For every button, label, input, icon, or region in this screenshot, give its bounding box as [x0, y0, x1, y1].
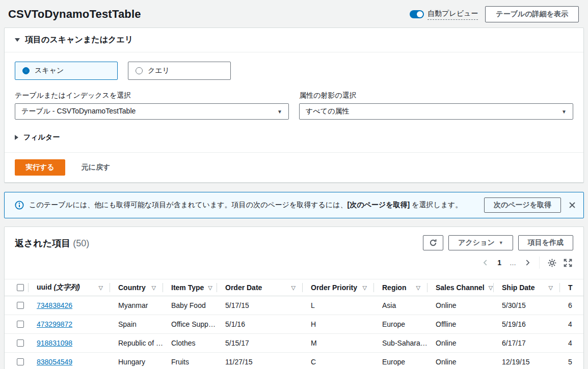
column-header-country[interactable]: Country▽ [110, 279, 163, 296]
cell-uuid: 918831098 [29, 339, 110, 347]
expand-triangle-icon [15, 135, 18, 140]
refresh-button[interactable] [423, 235, 443, 250]
projection-select[interactable]: すべての属性 ▼ [299, 103, 573, 120]
chevron-down-icon: ▼ [499, 240, 503, 245]
previous-page-icon[interactable] [482, 259, 489, 266]
row-checkbox[interactable] [17, 302, 24, 309]
mode-tiles: スキャン クエリ [15, 62, 573, 80]
cell-order_date: 5/17/15 [217, 301, 303, 309]
banner-text: このテーブルには、他にも取得可能な項目が含まれています。項目の次のページを取得す… [29, 201, 479, 210]
row-checkbox[interactable] [17, 339, 24, 347]
row-checkbox[interactable] [17, 358, 24, 365]
table-select-label: テーブルまたはインデックスを選択 [15, 91, 289, 100]
cell-order_priority: L [303, 301, 374, 309]
results-table: uuid (文字列)▽Country▽Item Type▽Order Date▽… [5, 279, 584, 369]
results-title: 返された項目 (50) [15, 235, 89, 249]
actions-dropdown-button[interactable]: アクション ▼ [448, 235, 513, 250]
select-fields-row: テーブルまたはインデックスを選択 テーブル - CSVToDynamoTestT… [15, 91, 573, 120]
column-header-order_date[interactable]: Order Date▽ [217, 279, 303, 296]
cell-region: Sub-Sahara… [374, 339, 427, 347]
table-details-button[interactable]: テーブルの詳細を表示 [485, 6, 579, 22]
run-button[interactable]: 実行する [15, 159, 65, 176]
sort-filter-icon[interactable]: ▽ [291, 285, 296, 291]
cell-uuid: 473299872 [29, 320, 110, 328]
close-icon[interactable] [568, 201, 576, 209]
fetch-next-page-button[interactable]: 次のページを取得 [484, 197, 561, 213]
sort-filter-icon[interactable]: ▽ [152, 285, 156, 291]
scan-panel-body: スキャン クエリ テーブルまたはインデックスを選択 テーブル - CSVToDy… [5, 52, 583, 142]
cell-uuid: 734838426 [29, 301, 110, 309]
cell-sales_channel: Online [427, 301, 494, 309]
cell-order_priority: C [303, 358, 374, 366]
column-sublabel: (文字列) [52, 283, 80, 291]
page-ellipsis: … [510, 259, 517, 267]
query-mode-tile[interactable]: クエリ [128, 62, 231, 80]
column-header-region[interactable]: Region▽ [374, 279, 427, 296]
cell-last: 6 [560, 301, 584, 309]
row-checkbox[interactable] [17, 321, 24, 328]
cell-item_type: Baby Food [163, 301, 217, 309]
scan-panel-title: 項目のスキャンまたはクエリ [25, 35, 133, 45]
sort-filter-icon[interactable]: ▽ [489, 285, 493, 291]
cell-last: 4 [560, 320, 584, 328]
header-actions: 自動プレビュー テーブルの詳細を表示 [410, 6, 579, 22]
sort-filter-icon[interactable]: ▽ [363, 285, 367, 291]
cell-order_date: 5/15/17 [217, 339, 303, 347]
table-row: 838054549HungaryFruits11/27/15CEuropeOnl… [5, 353, 584, 369]
uuid-link[interactable]: 473299872 [37, 320, 72, 328]
page-number[interactable]: 1 [496, 259, 502, 267]
column-header-uuid[interactable]: uuid (文字列)▽ [29, 279, 110, 296]
row-select-cell [5, 321, 29, 328]
column-label: Order Priority [311, 283, 357, 292]
filter-label: フィルター [23, 133, 60, 142]
reset-button[interactable]: 元に戻す [82, 163, 111, 172]
column-header-order_priority[interactable]: Order Priority▽ [303, 279, 374, 296]
scan-panel-header[interactable]: 項目のスキャンまたはクエリ [5, 28, 583, 52]
uuid-link[interactable]: 838054549 [37, 358, 72, 366]
column-header-sales_channel[interactable]: Sales Channel▽ [427, 279, 494, 296]
cell-sales_channel: Online [427, 358, 494, 366]
cell-country: Myanmar [110, 301, 163, 309]
sort-filter-icon[interactable]: ▽ [99, 285, 103, 291]
results-header: 返された項目 (50) アクション ▼ 項目を作成 1 … [5, 227, 583, 274]
table-select[interactable]: テーブル - CSVToDynamoTestTable ▼ [15, 103, 289, 120]
cell-ship_date: 5/19/16 [494, 320, 560, 328]
cell-country: Spain [110, 320, 163, 328]
sort-filter-icon[interactable]: ▽ [549, 285, 553, 291]
page-title: CSVToDynamoTestTable [8, 8, 141, 21]
scan-mode-label: スキャン [35, 66, 64, 75]
cell-country: Republic of … [110, 339, 163, 347]
next-page-icon[interactable] [524, 259, 531, 266]
scan-mode-tile[interactable]: スキャン [15, 62, 118, 80]
uuid-link[interactable]: 734838426 [37, 301, 72, 309]
banner-bold-text: [次のページを取得] [348, 201, 410, 209]
create-item-button[interactable]: 項目を作成 [518, 235, 573, 250]
sort-filter-icon[interactable]: ▽ [208, 285, 212, 291]
auto-preview-label[interactable]: 自動プレビュー [427, 9, 478, 20]
radio-selected-icon [22, 67, 30, 74]
info-icon [15, 201, 24, 210]
results-toolbar: アクション ▼ 項目を作成 [423, 235, 573, 250]
select-all-checkbox[interactable] [17, 284, 24, 291]
cell-ship_date: 12/19/15 [494, 358, 560, 366]
fullscreen-expand-icon[interactable] [564, 259, 572, 267]
table-row: 473299872SpainOffice Supp…5/1/16HEuropeO… [5, 315, 584, 334]
row-select-cell [5, 358, 29, 365]
cell-region: Europe [374, 320, 427, 328]
uuid-link[interactable]: 918831098 [37, 339, 72, 347]
sort-filter-icon[interactable]: ▽ [416, 285, 420, 291]
cell-last: 5 [560, 358, 584, 366]
filter-expandable[interactable]: フィルター [15, 133, 573, 142]
column-label: Ship Date [502, 283, 535, 292]
table-select-field: テーブルまたはインデックスを選択 テーブル - CSVToDynamoTestT… [15, 91, 289, 120]
toolbar-divider [539, 257, 540, 269]
page-header: CSVToDynamoTestTable 自動プレビュー テーブルの詳細を表示 [0, 0, 588, 27]
chevron-down-icon: ▼ [277, 109, 282, 115]
cell-country: Hungary [110, 358, 163, 366]
results-panel: 返された項目 (50) アクション ▼ 項目を作成 1 … [4, 226, 584, 369]
settings-gear-icon[interactable] [548, 259, 556, 267]
column-header-item_type[interactable]: Item Type▽ [163, 279, 217, 296]
column-header-ship_date[interactable]: Ship Date▽ [494, 279, 560, 296]
column-header-last[interactable]: T▽ [560, 279, 584, 296]
auto-preview-toggle[interactable] [410, 10, 424, 18]
